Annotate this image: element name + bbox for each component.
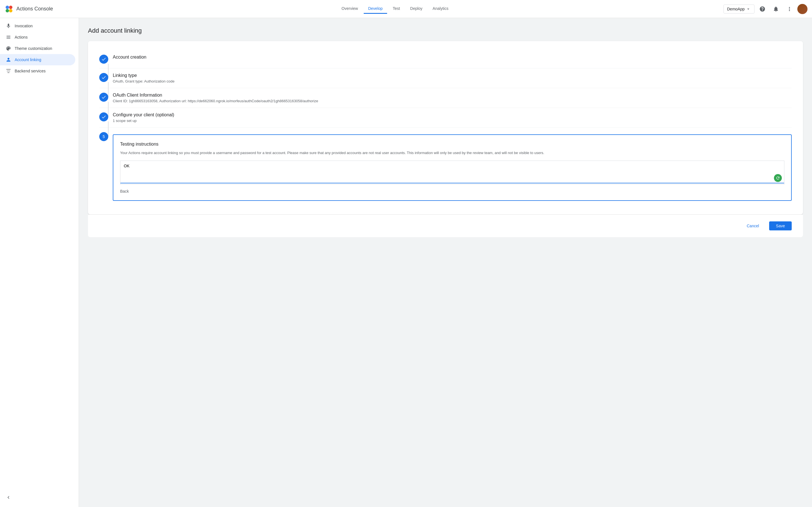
sidebar-label-backend-services: Backend services [15, 69, 46, 73]
sidebar-label-theme: Theme customization [15, 46, 52, 51]
nav-overview[interactable]: Overview [337, 4, 362, 14]
step-3-subtitle: Client ID: 1gh86653163058, Authorization… [113, 99, 792, 103]
notifications-button[interactable] [770, 3, 781, 15]
page-title: Add account linking [88, 27, 803, 34]
palette-icon [6, 46, 11, 51]
chevron-left-icon [6, 495, 11, 500]
step-1-icon [99, 55, 108, 64]
sidebar-label-actions: Actions [15, 35, 28, 40]
step-3-content: OAuth Client Information Client ID: 1gh8… [113, 93, 792, 103]
help-icon [759, 6, 765, 12]
step-2-title: Linking type [113, 73, 792, 78]
bottom-actions: Cancel Save [88, 214, 803, 237]
step-1-content: Account creation [113, 55, 792, 61]
check-icon-1 [101, 57, 106, 62]
main-content: Add account linking Account creation Lin… [79, 18, 812, 507]
sidebar-item-account-linking[interactable]: Account linking [0, 54, 75, 65]
step-4-subtitle: 1 scope set up [113, 119, 792, 123]
step-configure-client: Configure your client (optional) 1 scope… [99, 108, 792, 128]
step-linking-type: Linking type OAuth, Grant type: Authoriz… [99, 68, 792, 88]
step-testing-instructions: 5 Testing instructions Your Actions requ… [99, 128, 792, 205]
help-button[interactable] [757, 3, 768, 15]
testing-instructions-title: Testing instructions [120, 142, 784, 147]
step-3-title: OAuth Client Information [113, 93, 792, 98]
back-button[interactable]: Back [120, 189, 129, 193]
account-icon [6, 57, 11, 62]
svg-point-3 [9, 9, 12, 12]
sidebar-item-backend-services[interactable]: Backend services [0, 65, 75, 76]
top-nav: Actions Console Overview Develop Test De… [0, 0, 812, 18]
app-selector-label: DemoApp [727, 7, 745, 11]
more-menu-button[interactable] [784, 3, 795, 15]
sidebar-label-invocation: Invocation [15, 24, 33, 28]
step-2-content: Linking type OAuth, Grant type: Authoriz… [113, 73, 792, 83]
step-3-icon [99, 93, 108, 102]
testing-instructions-input[interactable] [120, 161, 784, 183]
nav-right: DemoApp [723, 3, 808, 15]
google-logo-icon [4, 4, 13, 13]
svg-point-1 [9, 6, 12, 9]
nav-develop[interactable]: Develop [364, 4, 387, 14]
save-button[interactable]: Save [769, 221, 792, 230]
step-4-title: Configure your client (optional) [113, 112, 792, 117]
chevron-down-icon [746, 6, 751, 11]
sidebar-item-theme[interactable]: Theme customization [0, 43, 75, 54]
sidebar: Invocation Actions Theme customization A… [0, 18, 79, 507]
step-2-subtitle: OAuth, Grant type: Authorization code [113, 79, 792, 83]
sidebar-item-invocation[interactable]: Invocation [0, 20, 75, 32]
refresh-button[interactable] [774, 174, 782, 182]
nav-links: Overview Develop Test Deploy Analytics [66, 4, 723, 14]
sidebar-collapse-button[interactable] [0, 492, 79, 503]
step-5-content: Testing instructions Your Actions requir… [113, 132, 792, 201]
account-linking-card: Account creation Linking type OAuth, Gra… [88, 41, 803, 214]
step-oauth-client: OAuth Client Information Client ID: 1gh8… [99, 88, 792, 108]
step-5-icon: 5 [99, 132, 108, 141]
testing-instructions-desc: Your Actions require account linking so … [120, 150, 784, 156]
check-icon-4 [101, 114, 106, 119]
step-4-content: Configure your client (optional) 1 scope… [113, 112, 792, 123]
step-account-creation: Account creation [99, 50, 792, 68]
app-selector[interactable]: DemoApp [723, 4, 755, 13]
step-4-icon [99, 112, 108, 121]
bolt-icon [6, 34, 11, 40]
check-icon-3 [101, 95, 106, 100]
step-5-number: 5 [103, 134, 105, 139]
mic-icon [6, 23, 11, 29]
settings-icon [6, 68, 11, 74]
step-2-icon [99, 73, 108, 82]
refresh-icon [776, 176, 780, 180]
check-icon-2 [101, 75, 106, 80]
svg-point-2 [6, 9, 9, 12]
testing-instructions-section: Testing instructions Your Actions requir… [113, 134, 792, 201]
more-vert-icon [786, 6, 793, 12]
nav-deploy[interactable]: Deploy [406, 4, 427, 14]
textarea-wrapper [120, 161, 784, 184]
cancel-button[interactable]: Cancel [740, 221, 766, 230]
bell-icon [773, 6, 779, 12]
nav-test[interactable]: Test [388, 4, 405, 14]
step-1-title: Account creation [113, 55, 792, 60]
logo-area: Actions Console [4, 4, 66, 13]
app-title: Actions Console [16, 6, 53, 12]
sidebar-label-account-linking: Account linking [15, 57, 41, 62]
avatar[interactable] [797, 4, 808, 14]
svg-point-0 [6, 6, 9, 9]
sidebar-item-actions[interactable]: Actions [0, 32, 75, 43]
nav-analytics[interactable]: Analytics [428, 4, 453, 14]
